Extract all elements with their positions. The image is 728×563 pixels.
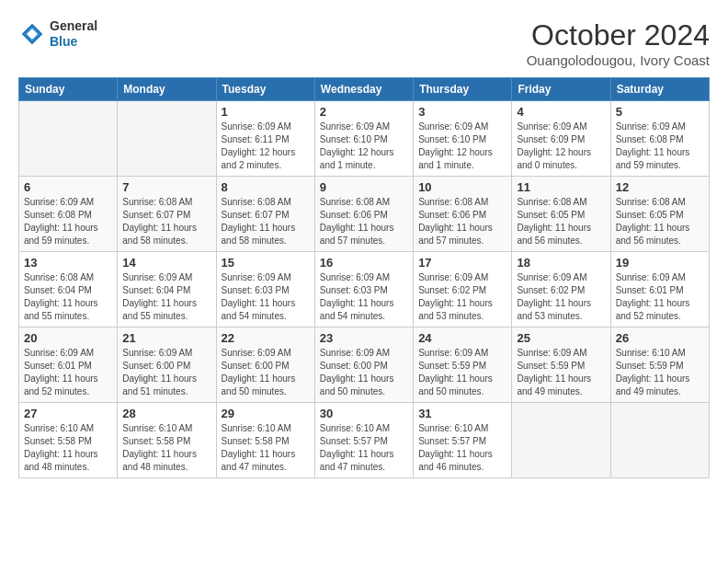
day-number: 8 [222,180,310,194]
day-number: 24 [418,331,506,345]
weekday-header: Friday [512,78,610,101]
day-number: 20 [24,331,112,345]
calendar-cell: 30Sunrise: 6:10 AM Sunset: 5:57 PM Dayli… [314,403,413,478]
calendar-week-row: 1Sunrise: 6:09 AM Sunset: 6:11 PM Daylig… [19,101,710,177]
day-number: 29 [222,407,310,420]
day-number: 22 [222,331,310,345]
page: General Blue October 2024 Ouangolodougou… [0,0,728,488]
day-info: Sunrise: 6:09 AM Sunset: 6:03 PM Dayligh… [320,271,408,323]
day-number: 21 [122,331,210,345]
day-info: Sunrise: 6:09 AM Sunset: 6:11 PM Dayligh… [222,121,310,172]
logo-general: General [50,18,97,34]
day-number: 9 [320,180,408,194]
day-number: 1 [222,105,310,119]
header: General Blue October 2024 Ouangolodougou… [18,18,710,68]
calendar-cell: 31Sunrise: 6:10 AM Sunset: 5:57 PM Dayli… [414,403,512,478]
day-info: Sunrise: 6:09 AM Sunset: 6:00 PM Dayligh… [222,347,310,398]
weekday-header: Sunday [19,78,118,101]
weekday-header: Tuesday [216,78,314,101]
day-number: 12 [616,180,704,194]
day-number: 11 [517,180,605,194]
calendar-cell: 1Sunrise: 6:09 AM Sunset: 6:11 PM Daylig… [216,101,314,177]
calendar-week-row: 6Sunrise: 6:09 AM Sunset: 6:08 PM Daylig… [19,177,710,252]
day-number: 16 [320,256,408,270]
calendar-cell: 24Sunrise: 6:09 AM Sunset: 5:59 PM Dayli… [414,327,512,403]
day-info: Sunrise: 6:10 AM Sunset: 5:57 PM Dayligh… [320,422,408,474]
logo-blue: Blue [50,34,97,50]
day-number: 17 [418,256,506,270]
calendar-cell: 8Sunrise: 6:08 AM Sunset: 6:07 PM Daylig… [216,177,314,252]
day-info: Sunrise: 6:10 AM Sunset: 5:57 PM Dayligh… [418,422,506,474]
day-number: 3 [418,105,506,119]
calendar-cell: 14Sunrise: 6:09 AM Sunset: 6:04 PM Dayli… [118,252,216,327]
title-block: October 2024 Ouangolodougou, Ivory Coast [527,18,710,68]
day-info: Sunrise: 6:09 AM Sunset: 6:01 PM Dayligh… [616,271,704,323]
calendar-cell: 12Sunrise: 6:08 AM Sunset: 6:05 PM Dayli… [610,177,709,252]
calendar-cell: 4Sunrise: 6:09 AM Sunset: 6:09 PM Daylig… [512,101,610,177]
calendar-cell: 10Sunrise: 6:08 AM Sunset: 6:06 PM Dayli… [414,177,512,252]
day-number: 30 [320,407,408,420]
weekday-header-row: SundayMondayTuesdayWednesdayThursdayFrid… [19,78,710,101]
day-info: Sunrise: 6:08 AM Sunset: 6:06 PM Dayligh… [418,196,506,247]
day-info: Sunrise: 6:09 AM Sunset: 6:04 PM Dayligh… [122,271,210,323]
day-number: 6 [24,180,112,194]
calendar-cell: 7Sunrise: 6:08 AM Sunset: 6:07 PM Daylig… [118,177,216,252]
day-info: Sunrise: 6:10 AM Sunset: 5:59 PM Dayligh… [616,347,704,398]
day-number: 19 [616,256,704,270]
calendar-cell: 3Sunrise: 6:09 AM Sunset: 6:10 PM Daylig… [414,101,512,177]
calendar-cell: 20Sunrise: 6:09 AM Sunset: 6:01 PM Dayli… [19,327,118,403]
day-number: 2 [320,105,408,119]
day-number: 4 [517,105,605,119]
day-number: 13 [24,256,112,270]
day-info: Sunrise: 6:09 AM Sunset: 6:10 PM Dayligh… [320,121,408,172]
location: Ouangolodougou, Ivory Coast [527,52,710,68]
calendar-week-row: 20Sunrise: 6:09 AM Sunset: 6:01 PM Dayli… [19,327,710,403]
day-info: Sunrise: 6:10 AM Sunset: 5:58 PM Dayligh… [122,422,210,474]
day-info: Sunrise: 6:08 AM Sunset: 6:07 PM Dayligh… [222,196,310,247]
day-number: 10 [418,180,506,194]
day-number: 14 [122,256,210,270]
day-info: Sunrise: 6:09 AM Sunset: 5:59 PM Dayligh… [418,347,506,398]
calendar-cell: 21Sunrise: 6:09 AM Sunset: 6:00 PM Dayli… [118,327,216,403]
day-info: Sunrise: 6:09 AM Sunset: 6:03 PM Dayligh… [222,271,310,323]
day-info: Sunrise: 6:09 AM Sunset: 5:59 PM Dayligh… [517,347,605,398]
calendar-cell [610,403,709,478]
day-info: Sunrise: 6:08 AM Sunset: 6:06 PM Dayligh… [320,196,408,247]
logo-icon [18,20,46,48]
calendar: SundayMondayTuesdayWednesdayThursdayFrid… [18,77,710,478]
day-number: 7 [122,180,210,194]
calendar-cell [19,101,118,177]
day-info: Sunrise: 6:08 AM Sunset: 6:05 PM Dayligh… [517,196,605,247]
calendar-cell: 22Sunrise: 6:09 AM Sunset: 6:00 PM Dayli… [216,327,314,403]
day-info: Sunrise: 6:08 AM Sunset: 6:04 PM Dayligh… [24,271,112,323]
day-info: Sunrise: 6:09 AM Sunset: 6:08 PM Dayligh… [24,196,112,247]
day-info: Sunrise: 6:09 AM Sunset: 6:08 PM Dayligh… [616,121,704,172]
calendar-cell: 23Sunrise: 6:09 AM Sunset: 6:00 PM Dayli… [314,327,413,403]
calendar-cell: 28Sunrise: 6:10 AM Sunset: 5:58 PM Dayli… [118,403,216,478]
calendar-week-row: 27Sunrise: 6:10 AM Sunset: 5:58 PM Dayli… [19,403,710,478]
day-number: 31 [418,407,506,420]
day-number: 26 [616,331,704,345]
day-info: Sunrise: 6:09 AM Sunset: 6:02 PM Dayligh… [517,271,605,323]
logo: General Blue [18,18,97,50]
weekday-header: Monday [118,78,216,101]
day-info: Sunrise: 6:08 AM Sunset: 6:07 PM Dayligh… [122,196,210,247]
logo-text: General Blue [50,18,97,50]
calendar-cell: 16Sunrise: 6:09 AM Sunset: 6:03 PM Dayli… [314,252,413,327]
day-info: Sunrise: 6:08 AM Sunset: 6:05 PM Dayligh… [616,196,704,247]
day-info: Sunrise: 6:10 AM Sunset: 5:58 PM Dayligh… [24,422,112,474]
calendar-cell: 9Sunrise: 6:08 AM Sunset: 6:06 PM Daylig… [314,177,413,252]
calendar-cell: 26Sunrise: 6:10 AM Sunset: 5:59 PM Dayli… [610,327,709,403]
day-number: 25 [517,331,605,345]
calendar-cell: 5Sunrise: 6:09 AM Sunset: 6:08 PM Daylig… [610,101,709,177]
calendar-cell [512,403,610,478]
day-info: Sunrise: 6:09 AM Sunset: 6:09 PM Dayligh… [517,121,605,172]
calendar-cell: 25Sunrise: 6:09 AM Sunset: 5:59 PM Dayli… [512,327,610,403]
month-title: October 2024 [527,18,710,52]
weekday-header: Wednesday [314,78,413,101]
day-info: Sunrise: 6:09 AM Sunset: 6:02 PM Dayligh… [418,271,506,323]
day-number: 23 [320,331,408,345]
calendar-cell: 17Sunrise: 6:09 AM Sunset: 6:02 PM Dayli… [414,252,512,327]
calendar-cell: 6Sunrise: 6:09 AM Sunset: 6:08 PM Daylig… [19,177,118,252]
calendar-cell: 11Sunrise: 6:08 AM Sunset: 6:05 PM Dayli… [512,177,610,252]
